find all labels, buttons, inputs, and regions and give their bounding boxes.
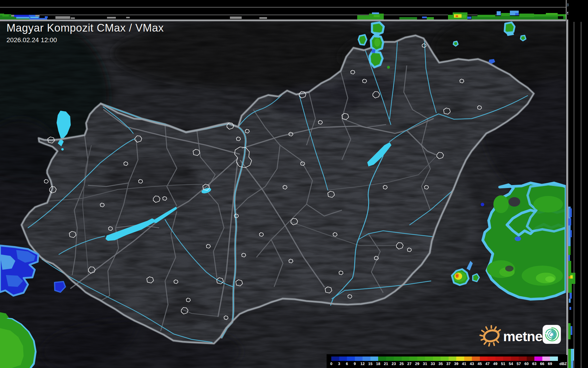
dbz-tick: 6	[346, 362, 348, 366]
metnet-app-icon	[542, 325, 561, 344]
dbz-color-segment	[495, 356, 503, 361]
dbz-tick: 69	[548, 362, 552, 366]
dbz-tick: 35	[439, 362, 443, 366]
dbz-tick-labels: 0369121518212325272931333537394143454749…	[331, 362, 564, 366]
dbz-tick: 21	[384, 362, 388, 366]
dbz-tick: 12	[360, 362, 365, 366]
dbz-color-segment	[527, 356, 535, 361]
dbz-color-segment	[511, 356, 519, 361]
logo-wordmark: metnet	[503, 328, 547, 344]
dbz-tick: 60	[524, 362, 528, 366]
dbz-color-segment	[417, 356, 425, 361]
dbz-color-segment	[347, 356, 355, 361]
title-block: Magyar Kompozit CMax / VMax 2026.02.24 1…	[6, 22, 164, 44]
right-gridline-10km	[581, 22, 581, 368]
dbz-color-segment	[355, 356, 363, 361]
dbz-legend: 0369121518212325272931333537394143454749…	[328, 355, 567, 368]
dbz-color-segment	[363, 356, 370, 361]
metnet-logo: metnet	[479, 322, 564, 350]
map-canvas	[0, 21, 566, 368]
dbz-color-segment	[480, 356, 488, 361]
relief-grain	[0, 21, 566, 368]
dbz-tick: 3	[338, 362, 340, 366]
dbz-color-segment	[370, 356, 378, 361]
dbz-tick: 51	[501, 362, 505, 366]
dbz-tick: 33	[431, 362, 435, 366]
sun-icon	[479, 322, 503, 348]
dbz-tick: 37	[446, 362, 450, 366]
dbz-color-segment	[331, 356, 339, 361]
dbz-color-segment	[519, 356, 527, 361]
dbz-color-segment	[449, 356, 457, 361]
dbz-color-segment	[425, 356, 433, 361]
dbz-tick: 57	[517, 362, 521, 366]
dbz-color-segment	[534, 356, 542, 361]
dbz-tick: 31	[423, 362, 427, 366]
dbz-color-segment	[487, 356, 495, 361]
right-panel-ground	[566, 19, 568, 368]
radar-composite-page: Magyar Kompozit CMax / VMax 2026.02.24 1…	[0, 0, 588, 368]
dbz-tick: 54	[509, 362, 513, 366]
dbz-tick: 15	[368, 362, 372, 366]
dbz-color-segment	[550, 356, 558, 361]
dbz-tick: 23	[392, 362, 396, 366]
dbz-color-segment	[386, 356, 394, 361]
dbz-color-segment	[433, 356, 441, 361]
dbz-color-segment	[409, 356, 417, 361]
dbz-tick: 63	[532, 362, 536, 366]
dbz-tick: 47	[485, 362, 490, 366]
page-title: Magyar Kompozit CMax / VMax	[6, 22, 164, 34]
dbz-tick: 0	[330, 362, 332, 366]
dbz-tick: 9	[354, 362, 356, 366]
dbz-tick: 18	[376, 362, 380, 366]
dbz-tick: 66	[540, 362, 544, 366]
dbz-tick: 43	[470, 362, 474, 366]
dbz-tick: 49	[493, 362, 497, 366]
dbz-color-segment	[402, 356, 410, 361]
dbz-tick: 25	[399, 362, 403, 366]
dbz-colorbar	[331, 356, 558, 361]
dbz-tick: 39	[454, 362, 458, 366]
dbz-tick: 29	[415, 362, 419, 366]
dbz-color-segment	[378, 356, 386, 361]
dbz-color-segment	[339, 356, 347, 361]
dbz-unit-label: dBZ	[559, 362, 567, 366]
timestamp: 2026.02.24 12:00	[6, 36, 164, 44]
dbz-color-segment	[456, 356, 464, 361]
dbz-color-segment	[441, 356, 449, 361]
dbz-tick: 41	[462, 362, 466, 366]
dbz-color-segment	[394, 356, 402, 361]
top-gridline-10km	[0, 7, 566, 7]
vmax-right-panel	[568, 0, 588, 368]
dbz-color-segment	[472, 356, 480, 361]
hungary-map-svg	[0, 21, 566, 368]
dbz-color-segment	[464, 356, 472, 361]
dbz-tick: 45	[477, 362, 482, 366]
top-panel-divider	[566, 0, 566, 19]
vmax-top-panel	[0, 0, 566, 21]
dbz-color-segment	[503, 356, 511, 361]
top-panel-ground	[0, 19, 566, 21]
dbz-tick: 27	[407, 362, 411, 366]
dbz-color-segment	[542, 356, 550, 361]
right-gridline-5km	[574, 22, 574, 368]
